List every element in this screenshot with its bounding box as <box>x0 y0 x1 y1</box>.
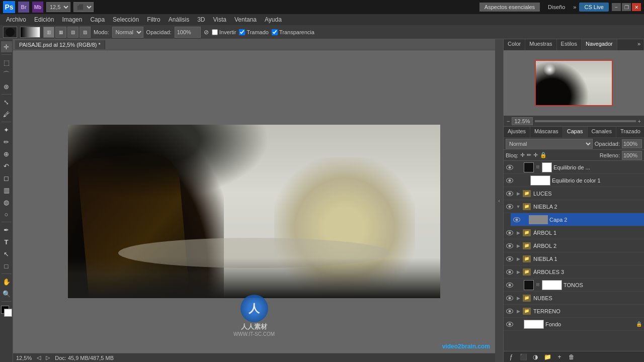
layer-delete-btn[interactable]: 🗑 <box>566 352 577 361</box>
mode-select[interactable]: Normal <box>112 27 143 38</box>
vis-icon[interactable] <box>506 176 514 185</box>
design-button[interactable]: Diseño <box>543 3 570 12</box>
tab-estilos[interactable]: Estilos <box>557 39 582 50</box>
pressure-icon[interactable]: ⊘ <box>204 29 209 36</box>
menu-3d[interactable]: 3D <box>193 15 209 24</box>
expand-icon[interactable]: ▶ <box>515 191 521 197</box>
layer-opacity-input[interactable] <box>622 139 642 148</box>
cslive-button[interactable]: CS Live <box>579 3 609 12</box>
layer-mask-btn[interactable]: ⬛ <box>518 352 529 361</box>
vis-icon[interactable] <box>506 242 514 250</box>
layer-nubes[interactable]: ▶ 📁 NUBES <box>504 292 644 305</box>
menu-filtro[interactable]: Filtro <box>143 15 165 24</box>
tab-trazado[interactable]: Trazado <box>616 127 644 137</box>
crop-tool[interactable]: ⤡ <box>1 97 12 108</box>
zoom-plus[interactable]: + <box>638 118 641 124</box>
zoom-minus[interactable]: − <box>507 118 510 124</box>
fill-input[interactable] <box>622 151 642 160</box>
lock-draw-icon[interactable]: ✏ <box>527 152 531 158</box>
blur-tool[interactable]: ◍ <box>1 197 12 208</box>
menu-imagen[interactable]: Imagen <box>58 15 86 24</box>
canvas-wrapper[interactable]: 人 人人素材 WWW.IT-SC.COM video2brain.com <box>13 50 495 362</box>
layer-fondo[interactable]: Fondo 🔒 <box>504 318 644 331</box>
tab-muestras[interactable]: Muestras <box>525 39 556 50</box>
vis-icon[interactable] <box>506 255 514 263</box>
layer-mode-select[interactable]: Normal <box>506 139 593 149</box>
vis-icon[interactable] <box>506 294 514 302</box>
vis-icon[interactable] <box>506 307 514 315</box>
vis-icon[interactable] <box>506 190 514 198</box>
layer-adj-btn[interactable]: ◑ <box>530 352 541 361</box>
clone-tool[interactable]: ⊕ <box>1 148 12 159</box>
menu-seleccion[interactable]: Selección <box>109 15 143 24</box>
minimize-button[interactable]: − <box>612 3 621 11</box>
menu-analisis[interactable]: Análisis <box>165 15 193 24</box>
mb-logo[interactable]: Mb <box>32 2 43 13</box>
menu-vista[interactable]: Vista <box>209 15 230 24</box>
brush-mode-4[interactable]: ▨ <box>79 27 91 38</box>
nav-arrow-left[interactable]: ◁ <box>37 354 41 361</box>
vis-icon[interactable] <box>506 281 514 289</box>
quick-select-tool[interactable]: ⊛ <box>1 81 12 92</box>
expand-icon[interactable]: ▶ <box>515 243 521 249</box>
lock-pos-icon[interactable]: ✛ <box>533 152 538 158</box>
layer-capa2[interactable]: Capa 2 <box>511 213 644 226</box>
marquee-tool[interactable]: ⬚ <box>1 57 12 68</box>
pen-tool[interactable]: ✒ <box>1 224 12 235</box>
brush-mode-normal[interactable]: ▥ <box>43 27 54 38</box>
layer-arboles3[interactable]: ▶ 📁 ÁRBOLES 3 <box>504 265 644 279</box>
fg-bg-swatch[interactable] <box>1 306 12 317</box>
layer-equilibrio-adj[interactable]: ⛓ Equilibrio de ... <box>504 161 644 174</box>
panel-collapse-btn[interactable]: ‹ <box>495 39 503 362</box>
vis-icon[interactable] <box>506 320 514 328</box>
layer-fx-btn[interactable]: ƒ <box>506 352 517 361</box>
tab-color[interactable]: Color <box>504 39 525 50</box>
opacity-input[interactable] <box>175 27 201 38</box>
layer-group-btn[interactable]: 📁 <box>542 352 553 361</box>
layer-niebla1[interactable]: ▶ 📁 NIEBLA 1 <box>504 252 644 265</box>
layer-niebla2[interactable]: ▼ 📁 NIEBLA 2 <box>504 200 644 213</box>
history-brush-tool[interactable]: ↶ <box>1 160 12 171</box>
move-tool[interactable]: ✛ <box>1 41 12 52</box>
essentials-button[interactable]: Aspectos esenciales <box>479 3 540 12</box>
text-tool[interactable]: T <box>1 236 12 247</box>
more-icon[interactable]: » <box>573 4 576 10</box>
transparencia-label[interactable]: Transparencia <box>272 29 314 35</box>
brush-mode-2[interactable]: ▦ <box>55 27 66 38</box>
layer-new-btn[interactable]: + <box>554 352 565 361</box>
shape-tool[interactable]: □ <box>1 260 12 272</box>
layer-arbol1[interactable]: ▶ 📁 ÁRBOL 1 <box>504 226 644 239</box>
menu-ventana[interactable]: Ventana <box>230 15 261 24</box>
menu-edicion[interactable]: Edición <box>30 15 58 24</box>
nav-arrow-right[interactable]: ▷ <box>46 354 50 361</box>
brush-mode-3[interactable]: ▧ <box>67 27 78 38</box>
doc-tab-label[interactable]: PAISAJE.psd al 12,5% (RGB/8) * <box>15 40 105 49</box>
menu-capa[interactable]: Capa <box>86 15 109 24</box>
expand-icon[interactable]: ▶ <box>515 230 521 236</box>
expand-icon[interactable]: ▶ <box>515 269 521 275</box>
close-button[interactable]: ✕ <box>632 3 641 11</box>
zoom-slider[interactable] <box>535 120 636 122</box>
zoom-tool[interactable]: 🔍 <box>1 288 12 299</box>
tramado-check[interactable] <box>239 29 245 35</box>
restore-button[interactable]: ❐ <box>622 3 631 11</box>
hand-tool[interactable]: ✋ <box>1 276 12 287</box>
tab-navegador[interactable]: Navegador <box>582 39 617 50</box>
lock-all-icon[interactable]: 🔒 <box>540 152 547 158</box>
dodge-tool[interactable]: ○ <box>1 209 12 220</box>
tramado-label[interactable]: Tramado <box>239 29 269 35</box>
gradient-tool[interactable]: ▥ <box>1 185 12 196</box>
lasso-tool[interactable]: ⌒ <box>1 69 12 80</box>
path-select-tool[interactable]: ↖ <box>1 248 12 259</box>
menu-ayuda[interactable]: Ayuda <box>261 15 286 24</box>
lock-move-icon[interactable]: ✛ <box>520 152 525 158</box>
expand-icon[interactable]: ▼ <box>515 204 521 210</box>
menu-archivo[interactable]: Archivo <box>2 15 30 24</box>
invertir-check[interactable] <box>212 29 218 35</box>
vis-icon[interactable] <box>513 216 521 224</box>
eraser-tool[interactable]: ◻ <box>1 172 12 184</box>
layer-arbol2[interactable]: ▶ 📁 ÁRBOL 2 <box>504 239 644 252</box>
screen-mode-select[interactable]: ⬛ <box>73 2 94 12</box>
panel-more[interactable]: » <box>634 39 644 50</box>
tab-ajustes[interactable]: Ajustes <box>504 127 530 137</box>
